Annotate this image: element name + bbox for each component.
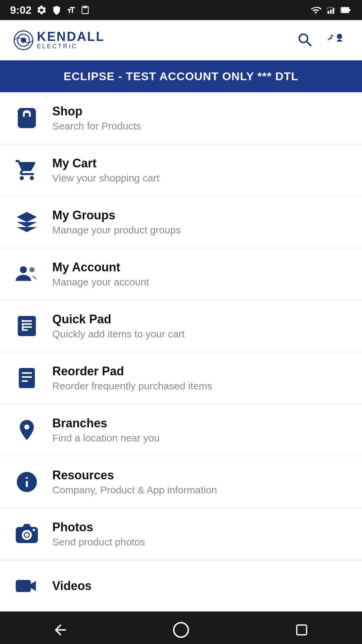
- app-header: KENDALL ELECTRIC: [0, 20, 362, 60]
- account-icon: [15, 262, 39, 286]
- reorder-pad-text: Reorder Pad Reorder frequently purchased…: [52, 364, 212, 392]
- clipboard-icon: [80, 5, 90, 15]
- menu-item-shop[interactable]: Shop Search for Products: [0, 92, 362, 144]
- svg-point-29: [25, 533, 29, 537]
- recents-icon: [294, 623, 309, 637]
- reorder-pad-subtitle: Reorder frequently purchased items: [52, 380, 212, 392]
- svg-rect-13: [18, 316, 36, 336]
- battery-icon: [340, 5, 352, 15]
- quickpad-icon-wrap: [13, 313, 40, 339]
- my-cart-subtitle: View your shopping cart: [52, 172, 160, 184]
- svg-rect-34: [297, 625, 306, 635]
- my-groups-title: My Groups: [52, 208, 181, 222]
- back-icon: [52, 622, 69, 638]
- branches-title: Branches: [52, 416, 160, 430]
- recents-button[interactable]: [292, 620, 312, 640]
- branches-text: Branches Find a location near you: [52, 416, 160, 444]
- menu-item-branches[interactable]: Branches Find a location near you: [0, 404, 362, 456]
- home-icon: [172, 621, 190, 639]
- wifi-icon: [310, 5, 322, 15]
- svg-rect-10: [20, 114, 34, 125]
- my-cart-text: My Cart View your shopping cart: [52, 156, 160, 184]
- photos-subtitle: Send product photos: [52, 536, 145, 548]
- my-groups-subtitle: Manage your product groups: [52, 224, 181, 236]
- svg-rect-20: [22, 324, 24, 326]
- groups-icon-wrap: [13, 209, 40, 235]
- shop-text: Shop Search for Products: [52, 104, 141, 132]
- test-account-banner: ECLIPSE - TEST ACCOUNT ONLY *** DTL: [0, 60, 362, 92]
- menu-item-reorder-pad[interactable]: Reorder Pad Reorder frequently purchased…: [0, 352, 362, 404]
- shop-icon-wrap: [13, 105, 40, 131]
- logo-sub: ELECTRIC: [37, 43, 105, 50]
- status-left: 9:02: [10, 4, 90, 16]
- quick-pad-subtitle: Quickly add items to your cart: [52, 328, 185, 340]
- svg-rect-0: [333, 8, 334, 14]
- svg-point-33: [174, 623, 188, 637]
- settings-icon: [36, 5, 47, 15]
- shop-subtitle: Search for Products: [52, 120, 141, 132]
- logo-container: KENDALL ELECTRIC: [13, 30, 105, 50]
- my-groups-text: My Groups Manage your product groups: [52, 208, 181, 236]
- my-account-title: My Account: [52, 260, 149, 274]
- resources-title: Resources: [52, 468, 217, 482]
- logo-text: KENDALL ELECTRIC: [37, 30, 105, 50]
- resources-subtitle: Company, Product & App information: [52, 484, 217, 496]
- back-button[interactable]: [50, 620, 70, 640]
- svg-rect-21: [22, 327, 24, 329]
- photos-icon-wrap: [13, 521, 40, 547]
- menu-item-my-groups[interactable]: My Groups Manage your product groups: [0, 196, 362, 248]
- search-icon[interactable]: [296, 31, 314, 49]
- svg-rect-22: [19, 368, 35, 388]
- shop-icon: [15, 106, 39, 130]
- svg-rect-19: [22, 320, 24, 322]
- reorder-pad-title: Reorder Pad: [52, 364, 212, 378]
- location-icon: [15, 418, 39, 442]
- videos-icon-wrap: [13, 573, 40, 599]
- menu-item-photos[interactable]: Photos Send product photos: [0, 508, 362, 560]
- header-icons: [296, 31, 349, 49]
- status-bar: 9:02: [0, 0, 362, 20]
- bottom-nav: [0, 611, 362, 644]
- resources-text: Resources Company, Product & App informa…: [52, 468, 217, 496]
- account-refresh-icon[interactable]: [328, 31, 349, 49]
- reorder-icon: [15, 366, 39, 390]
- reorder-icon-wrap: [13, 365, 40, 391]
- menu-item-my-account[interactable]: My Account Manage your account: [0, 248, 362, 300]
- photos-title: Photos: [52, 520, 145, 534]
- video-icon: [15, 574, 39, 598]
- quickpad-icon: [15, 314, 39, 338]
- svg-rect-5: [349, 9, 350, 11]
- quick-pad-text: Quick Pad Quickly add items to your cart: [52, 312, 185, 340]
- account-icon-wrap: [13, 261, 40, 287]
- my-account-subtitle: Manage your account: [52, 276, 149, 288]
- status-right: [310, 5, 352, 15]
- menu-item-my-cart[interactable]: My Cart View your shopping cart: [0, 144, 362, 196]
- menu-item-resources[interactable]: Resources Company, Product & App informa…: [0, 456, 362, 508]
- svg-rect-4: [342, 8, 349, 12]
- font-icon: [66, 5, 76, 15]
- menu-item-quick-pad[interactable]: Quick Pad Quickly add items to your cart: [0, 300, 362, 352]
- signal-icon: [326, 5, 336, 15]
- branches-subtitle: Find a location near you: [52, 432, 160, 444]
- shield-icon: [52, 5, 62, 15]
- menu-item-videos[interactable]: Videos: [0, 560, 362, 611]
- videos-title: Videos: [52, 579, 92, 593]
- menu-list: Shop Search for Products My Cart View yo…: [0, 92, 362, 611]
- cart-icon-wrap: [13, 157, 40, 183]
- videos-text: Videos: [52, 579, 92, 593]
- info-icon: [15, 470, 39, 494]
- branches-icon-wrap: [13, 417, 40, 443]
- svg-point-31: [33, 529, 35, 531]
- photos-text: Photos Send product photos: [52, 520, 145, 548]
- resources-icon-wrap: [13, 469, 40, 495]
- svg-point-12: [29, 267, 35, 272]
- svg-rect-32: [16, 580, 31, 592]
- svg-rect-1: [330, 10, 332, 14]
- groups-icon: [15, 210, 39, 234]
- shop-title: Shop: [52, 104, 141, 118]
- home-button[interactable]: [171, 620, 191, 640]
- cart-icon: [15, 158, 39, 182]
- svg-rect-2: [327, 11, 329, 14]
- status-time: 9:02: [10, 4, 32, 16]
- my-cart-title: My Cart: [52, 156, 160, 170]
